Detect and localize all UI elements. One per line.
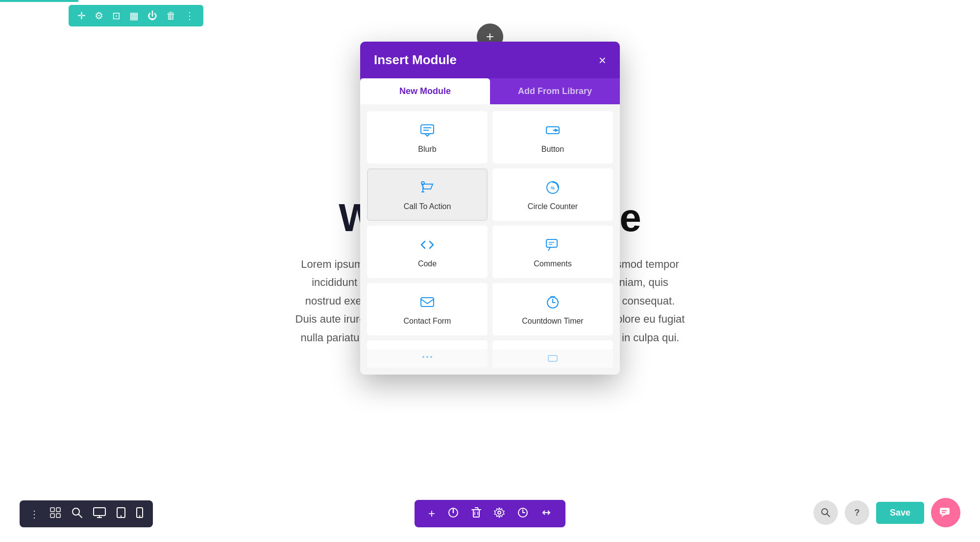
add-section-icon[interactable]: + — [428, 507, 435, 520]
search-button[interactable] — [813, 500, 838, 525]
module-button[interactable]: Button — [492, 111, 613, 164]
module-circle-counter[interactable]: % Circle Counter — [492, 168, 613, 221]
module-blurb[interactable]: Blurb — [367, 111, 488, 164]
circle-counter-icon: % — [545, 180, 560, 197]
svg-rect-27 — [50, 514, 54, 518]
desktop-icon[interactable] — [93, 507, 106, 520]
module-partial-right[interactable] — [492, 349, 613, 368]
tablet-icon[interactable] — [117, 507, 125, 520]
code-label: Code — [418, 259, 437, 268]
bottom-toolbar-left: ⋮ — [20, 500, 153, 527]
delete-section-icon[interactable] — [471, 507, 481, 520]
top-toolbar: ✛ ⚙ ⊡ ▦ ⏻ 🗑 ⋮ — [69, 5, 203, 26]
module-countdown-timer[interactable]: Countdown Timer — [492, 283, 613, 335]
progress-bar — [0, 0, 78, 2]
blurb-icon — [420, 123, 435, 140]
duplicate-icon[interactable]: ⊡ — [112, 10, 121, 22]
svg-rect-31 — [94, 508, 105, 516]
settings-icon[interactable]: ⚙ — [95, 10, 103, 22]
module-email-optin[interactable]: Email Optin — [492, 340, 613, 349]
contact-form-label: Contact Form — [404, 317, 451, 326]
svg-point-35 — [121, 516, 122, 517]
svg-point-43 — [498, 511, 501, 514]
modal-close-button[interactable]: × — [599, 54, 606, 67]
svg-rect-28 — [56, 514, 60, 518]
module-partial-left[interactable] — [367, 349, 488, 368]
tab-new-module[interactable]: New Module — [360, 78, 490, 104]
module-grid-partial-row — [360, 349, 620, 375]
module-divider[interactable]: Divider — [367, 340, 488, 349]
svg-point-22 — [426, 356, 428, 358]
mobile-icon[interactable] — [136, 507, 143, 520]
modal-header: Insert Module × — [360, 42, 620, 78]
svg-point-23 — [430, 356, 432, 358]
comments-label: Comments — [534, 259, 571, 268]
comments-icon — [545, 237, 560, 255]
countdown-timer-label: Countdown Timer — [522, 317, 583, 326]
svg-line-30 — [78, 514, 82, 518]
svg-point-4 — [421, 182, 424, 185]
svg-rect-11 — [421, 298, 434, 306]
chat-support-button[interactable] — [931, 498, 960, 527]
blurb-label: Blurb — [418, 145, 436, 154]
svg-point-37 — [139, 516, 141, 517]
help-button[interactable]: ? — [845, 500, 869, 525]
tab-add-from-library[interactable]: Add From Library — [490, 78, 620, 104]
power-section-icon[interactable] — [448, 507, 459, 520]
svg-rect-24 — [548, 355, 557, 361]
svg-point-21 — [422, 356, 424, 358]
module-grid: Blurb Button Call To Actio — [360, 104, 620, 349]
power-icon[interactable]: ⏻ — [147, 10, 157, 22]
module-call-to-action[interactable]: Call To Action — [367, 168, 488, 221]
contact-form-icon — [420, 295, 435, 312]
save-button[interactable]: Save — [876, 502, 924, 524]
svg-rect-26 — [56, 508, 60, 512]
button-icon — [545, 123, 560, 140]
call-to-action-icon — [420, 180, 435, 197]
more-icon[interactable]: ⋮ — [185, 10, 195, 22]
more-options-icon[interactable]: ⋮ — [29, 508, 39, 520]
svg-rect-25 — [50, 508, 54, 512]
bottom-toolbar-center: + — [415, 500, 565, 527]
history-icon[interactable] — [517, 507, 528, 520]
move-icon[interactable]: ✛ — [77, 10, 86, 22]
svg-rect-40 — [473, 510, 479, 517]
svg-text:%: % — [551, 186, 555, 190]
help-icon: ? — [854, 508, 859, 518]
expand-icon[interactable] — [541, 507, 552, 520]
delete-icon[interactable]: 🗑 — [166, 10, 176, 22]
svg-rect-8 — [546, 239, 557, 247]
insert-module-modal: Insert Module × New Module Add From Libr… — [360, 42, 620, 375]
bottom-toolbar-right: ? Save — [813, 498, 960, 527]
grid-view-icon[interactable] — [50, 507, 61, 520]
module-code[interactable]: Code — [367, 226, 488, 278]
module-contact-form[interactable]: Contact Form — [367, 283, 488, 335]
svg-rect-0 — [421, 125, 434, 134]
search-icon[interactable] — [72, 507, 82, 520]
call-to-action-label: Call To Action — [404, 202, 451, 211]
modal-title: Insert Module — [374, 52, 457, 68]
svg-line-47 — [827, 514, 830, 517]
circle-counter-label: Circle Counter — [528, 202, 578, 211]
columns-icon[interactable]: ▦ — [129, 10, 139, 22]
modal-tabs: New Module Add From Library — [360, 78, 620, 104]
button-label: Button — [541, 145, 564, 154]
code-icon — [420, 237, 435, 255]
settings-section-icon[interactable] — [494, 507, 505, 520]
countdown-timer-icon — [545, 295, 560, 312]
module-comments[interactable]: Comments — [492, 226, 613, 278]
